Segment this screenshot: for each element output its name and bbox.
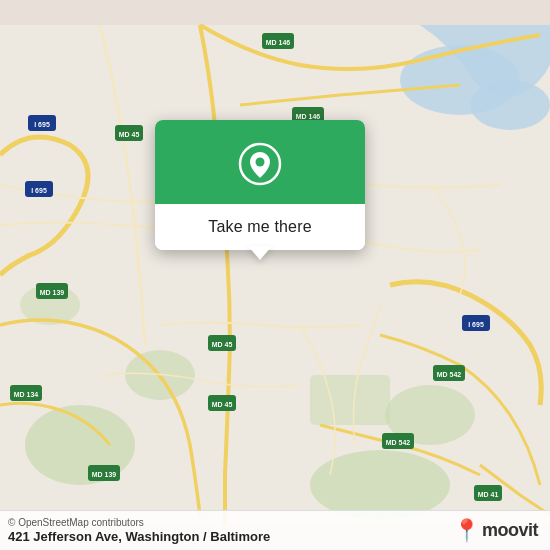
svg-text:MD 45: MD 45: [212, 401, 233, 408]
popup-green-area: [155, 120, 365, 204]
svg-text:MD 134: MD 134: [14, 391, 39, 398]
svg-rect-8: [310, 375, 390, 425]
moovit-pin-icon: 📍: [453, 520, 480, 542]
attribution-bar: © OpenStreetMap contributors 421 Jeffers…: [0, 510, 550, 550]
address-text: 421 Jefferson Ave, Washington / Baltimor…: [8, 529, 270, 544]
svg-text:I 695: I 695: [468, 321, 484, 328]
svg-text:MD 542: MD 542: [386, 439, 411, 446]
take-me-there-button[interactable]: Take me there: [155, 204, 365, 250]
map-svg: I 695 I 695 I 695 MD 146 MD 146 MD 45 MD…: [0, 0, 550, 550]
svg-text:MD 139: MD 139: [40, 289, 65, 296]
osm-attribution: © OpenStreetMap contributors: [8, 517, 270, 528]
svg-text:MD 45: MD 45: [212, 341, 233, 348]
svg-text:I 695: I 695: [31, 187, 47, 194]
moovit-brand-text: moovit: [482, 520, 538, 541]
svg-text:MD 146: MD 146: [266, 39, 291, 46]
svg-text:MD 45: MD 45: [119, 131, 140, 138]
moovit-logo: 📍 moovit: [453, 520, 538, 542]
svg-text:I 695: I 695: [34, 121, 50, 128]
attribution-left: © OpenStreetMap contributors 421 Jeffers…: [8, 517, 270, 544]
location-pin-icon: [238, 142, 282, 186]
popup-card: Take me there: [155, 120, 365, 250]
svg-text:MD 542: MD 542: [437, 371, 462, 378]
map-container: I 695 I 695 I 695 MD 146 MD 146 MD 45 MD…: [0, 0, 550, 550]
svg-text:MD 41: MD 41: [478, 491, 499, 498]
svg-text:MD 139: MD 139: [92, 471, 117, 478]
svg-text:MD 146: MD 146: [296, 113, 321, 120]
popup-arrow: [248, 246, 272, 260]
svg-point-38: [256, 158, 265, 167]
